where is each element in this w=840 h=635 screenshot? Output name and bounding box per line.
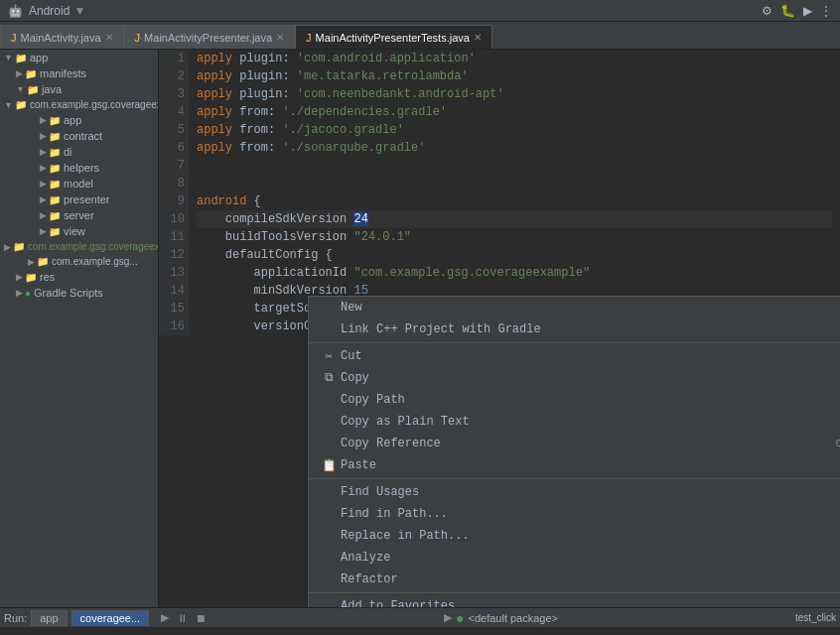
expand-androidtest: ▶	[4, 242, 11, 252]
sidebar-label-contract: contract	[64, 130, 102, 142]
menu-item-link-cpp[interactable]: Link C++ Project with Gradle	[309, 318, 840, 340]
expand-app: ▼	[4, 53, 13, 63]
tab-label: MainActivity.java	[21, 32, 101, 44]
menu-item-add-favorites[interactable]: Add to Favorites	[309, 595, 840, 607]
code-line-5: apply from: './jacoco.gradle'	[197, 121, 832, 139]
expand-helpers: ▶	[40, 163, 47, 173]
expand-app2: ▶	[40, 115, 47, 125]
copy-path-icon	[321, 392, 337, 408]
sidebar-item-com-example[interactable]: ▼ 📁 com.example.gsg.coverageexample	[0, 97, 158, 112]
test-class-label: test_click	[795, 612, 836, 623]
sidebar-item-gradle[interactable]: ▶ ● Gradle Scripts	[0, 285, 158, 301]
sidebar-item-com2[interactable]: ▶ 📁 com.example.gsg...	[0, 254, 158, 269]
menu-item-new[interactable]: New ▶	[309, 297, 840, 318]
sidebar-label-di: di	[64, 146, 72, 158]
expand-com: ▼	[4, 100, 13, 110]
editor[interactable]: 12345 678910 111213141516 apply plugin: …	[159, 50, 840, 607]
folder-icon-view: 📁	[49, 226, 61, 237]
folder-icon-com2: 📁	[37, 256, 49, 267]
coverage-tab[interactable]: coveragee...	[71, 610, 150, 626]
code-line-8	[197, 175, 832, 192]
sidebar-label-gradle: Gradle Scripts	[34, 287, 103, 299]
sidebar-item-server[interactable]: ▶ 📁 server	[0, 207, 158, 223]
code-line-4: apply from: './dependencies.gradle'	[197, 103, 832, 121]
menu-item-copy-path[interactable]: Copy Path Ctrl+Shift+C	[309, 389, 840, 411]
new-icon	[321, 300, 337, 316]
sidebar-item-presenter[interactable]: ▶ 📁 presenter	[0, 191, 158, 207]
folder-icon-contract: 📁	[49, 131, 61, 142]
settings-icon[interactable]: ⚙	[762, 4, 772, 18]
menu-item-copy[interactable]: ⧉Copy Ctrl+C	[309, 367, 840, 389]
code-line-3: apply plugin: 'com.neenbedankt.android-a…	[197, 85, 832, 103]
run-icon-top[interactable]: ▶	[803, 4, 812, 18]
analyze-icon	[321, 550, 337, 566]
menu-item-find-usages[interactable]: Find Usages Alt+F7	[309, 481, 840, 503]
run-label: Run:	[4, 612, 27, 624]
folder-icon-com: 📁	[15, 99, 27, 110]
sidebar-item-di[interactable]: ▶ 📁 di	[0, 144, 158, 160]
sidebar-label-app2: app	[64, 114, 81, 126]
menu-item-find-in-path[interactable]: Find in Path... Ctrl+Shift+F	[309, 503, 840, 525]
folder-icon-androidtest: 📁	[13, 241, 25, 252]
sidebar-item-app2[interactable]: ▶ 📁 app	[0, 112, 158, 128]
tab-close3[interactable]: ✕	[474, 32, 482, 43]
tab-mainactivitypresenter[interactable]: J MainActivityPresenter.java ✕	[124, 25, 296, 49]
folder-icon-server: 📁	[49, 210, 61, 221]
app-tab[interactable]: app	[31, 610, 67, 626]
separator-2	[309, 478, 840, 479]
sidebar-item-helpers[interactable]: ▶ 📁 helpers	[0, 160, 158, 176]
package-label: <default package>	[468, 612, 558, 624]
code-line-7	[197, 157, 832, 175]
sidebar-item-manifests[interactable]: ▶ 📁 manifests	[0, 65, 158, 81]
code-line-10: compileSdkVersion 24	[197, 210, 832, 228]
expand-java: ▼	[16, 84, 25, 94]
sidebar-label-view: view	[64, 225, 85, 237]
paste-icon: 📋	[321, 457, 337, 473]
tab-label2: MainActivityPresenter.java	[144, 32, 272, 44]
tab-mainactivitypresentertests[interactable]: J MainActivityPresenterTests.java ✕	[295, 25, 492, 49]
tab-icon-java2: J	[135, 32, 141, 44]
folder-icon-res: 📁	[25, 272, 37, 283]
expand-di: ▶	[40, 147, 47, 157]
top-bar-title: Android	[29, 4, 70, 18]
sidebar-label-com: com.example.gsg.coverageexample	[30, 99, 159, 110]
debug-icon[interactable]: 🐛	[780, 4, 795, 18]
menu-item-cut[interactable]: ✂Cut Ctrl+X	[309, 345, 840, 367]
sidebar-item-java[interactable]: ▼ 📁 java	[0, 81, 158, 97]
menu-item-replace-in-path[interactable]: Replace in Path... Ctrl+Shift+R	[309, 525, 840, 547]
android-icon: 🤖	[8, 4, 23, 18]
folder-icon-model: 📁	[49, 179, 61, 190]
sidebar-item-contract[interactable]: ▶ 📁 contract	[0, 128, 158, 144]
menu-item-analyze[interactable]: Analyze ▶	[309, 547, 840, 569]
folder-icon-di: 📁	[49, 147, 61, 158]
tab-mainactivity[interactable]: J MainActivity.java ✕	[0, 25, 124, 49]
favorites-icon	[321, 598, 337, 607]
run-bar: Run: app coveragee... ▶ ⏸ ⏹ ▶ ● <default…	[0, 607, 840, 627]
main-area: ▼ 📁 app ▶ 📁 manifests ▼ 📁 java ▼ 📁 com.e…	[0, 50, 840, 607]
sidebar-label-java: java	[42, 83, 62, 95]
folder-icon-manifests: 📁	[25, 68, 37, 79]
sidebar-item-androidtest[interactable]: ▶ 📁 com.example.gsg.coverageexample (and…	[0, 239, 158, 254]
copy-ref-icon	[321, 436, 337, 451]
code-line-9: android {	[197, 192, 832, 210]
code-line-2: apply plugin: 'me.tatarka.retrolambda'	[197, 67, 832, 85]
top-bar: 🤖 Android ▼ ⚙ 🐛 ▶ ⋮	[0, 0, 840, 22]
menu-item-copy-ref[interactable]: Copy Reference Ctrl+Alt+Shift+C	[309, 433, 840, 454]
sidebar: ▼ 📁 app ▶ 📁 manifests ▼ 📁 java ▼ 📁 com.e…	[0, 50, 159, 607]
find-usages-icon	[321, 484, 337, 500]
context-menu: New ▶ Link C++ Project with Gradle ✂Cut …	[308, 296, 840, 607]
expand-package[interactable]: ▶	[444, 611, 452, 624]
sidebar-item-res[interactable]: ▶ 📁 res	[0, 269, 158, 285]
sidebar-item-model[interactable]: ▶ 📁 model	[0, 176, 158, 191]
code-line-6: apply from: './sonarqube.gradle'	[197, 139, 832, 157]
sidebar-item-app[interactable]: ▼ 📁 app	[0, 50, 158, 65]
tab-close2[interactable]: ✕	[276, 32, 284, 43]
menu-item-refactor[interactable]: Refactor ▶	[309, 569, 840, 590]
tab-close[interactable]: ✕	[105, 32, 113, 43]
folder-icon-helpers: 📁	[49, 163, 61, 174]
menu-item-copy-plain[interactable]: Copy as Plain Text	[309, 411, 840, 433]
sidebar-item-view[interactable]: ▶ 📁 view	[0, 223, 158, 239]
more-icon[interactable]: ⋮	[820, 4, 832, 18]
menu-item-paste[interactable]: 📋Paste Ctrl+V	[309, 454, 840, 476]
tab-bar: J MainActivity.java ✕ J MainActivityPres…	[0, 22, 840, 50]
